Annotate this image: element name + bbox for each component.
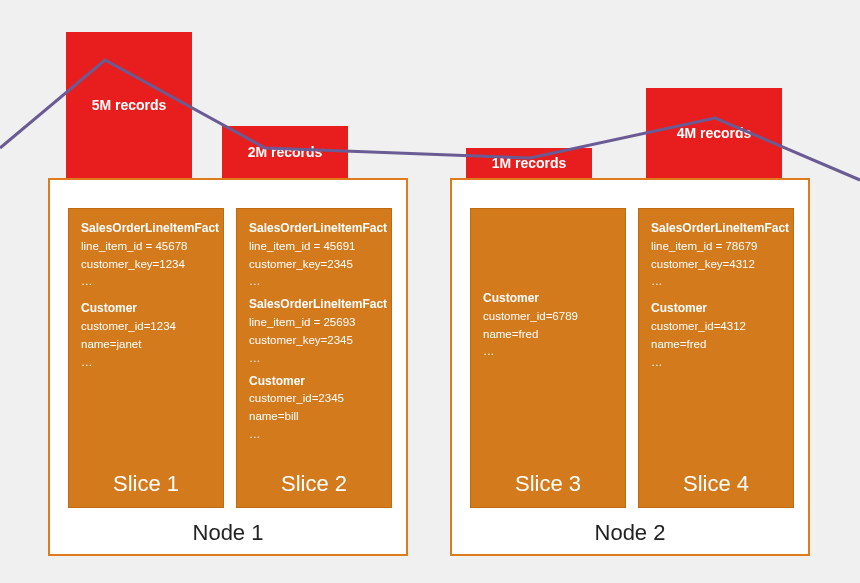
- block-line: …: [651, 356, 663, 368]
- slice-3: Customer customer_id=6789 name=fred … Sl…: [470, 208, 626, 508]
- bar-label: 1M records: [492, 155, 567, 171]
- block-heading: Customer: [81, 301, 137, 315]
- slice-1-body: SalesOrderLineItemFact line_item_id = 45…: [69, 209, 223, 376]
- block-heading: SalesOrderLineItemFact: [651, 221, 789, 235]
- bar-label: 5M records: [92, 97, 167, 113]
- bar-label: 4M records: [677, 125, 752, 141]
- block-line: line_item_id = 45691: [249, 240, 355, 252]
- block-line: customer_id=1234: [81, 320, 176, 332]
- block-heading: SalesOrderLineItemFact: [81, 221, 219, 235]
- record-block: Customer customer_id=1234 name=janet …: [81, 299, 211, 371]
- block-line: …: [483, 345, 495, 357]
- block-line: customer_id=4312: [651, 320, 746, 332]
- block-line: name=bill: [249, 410, 299, 422]
- block-line: line_item_id = 25693: [249, 316, 355, 328]
- block-heading: Customer: [249, 374, 305, 388]
- slice-title: Slice 2: [237, 471, 391, 497]
- bar-slice2: 2M records: [222, 126, 348, 178]
- block-line: customer_id=2345: [249, 392, 344, 404]
- block-heading: Customer: [651, 301, 707, 315]
- block-line: …: [249, 352, 261, 364]
- slice-title: Slice 1: [69, 471, 223, 497]
- block-heading: SalesOrderLineItemFact: [249, 297, 387, 311]
- block-line: …: [249, 428, 261, 440]
- slice-1: SalesOrderLineItemFact line_item_id = 45…: [68, 208, 224, 508]
- block-line: customer_key=4312: [651, 258, 755, 270]
- slice-3-body: Customer customer_id=6789 name=fred …: [471, 209, 625, 365]
- block-line: customer_key=1234: [81, 258, 185, 270]
- record-block: Customer customer_id=2345 name=bill …: [249, 372, 379, 444]
- block-line: customer_id=6789: [483, 310, 578, 322]
- slice-2-body: SalesOrderLineItemFact line_item_id = 45…: [237, 209, 391, 448]
- node-label: Node 1: [50, 520, 406, 546]
- block-line: …: [651, 275, 663, 287]
- block-line: customer_key=2345: [249, 334, 353, 346]
- record-block: SalesOrderLineItemFact line_item_id = 45…: [249, 219, 379, 291]
- block-line: customer_key=2345: [249, 258, 353, 270]
- node-1: SalesOrderLineItemFact line_item_id = 45…: [48, 178, 408, 556]
- slice-title: Slice 4: [639, 471, 793, 497]
- record-block: Customer customer_id=6789 name=fred …: [483, 289, 613, 361]
- diagram-stage: 5M records 2M records 1M records 4M reco…: [0, 0, 860, 583]
- slice-title: Slice 3: [471, 471, 625, 497]
- block-line: …: [81, 275, 93, 287]
- block-line: …: [249, 275, 261, 287]
- bar-slice1: 5M records: [66, 32, 192, 178]
- node-2: Customer customer_id=6789 name=fred … Sl…: [450, 178, 810, 556]
- bar-slice3: 1M records: [466, 148, 592, 178]
- block-line: …: [81, 356, 93, 368]
- slice-4: SalesOrderLineItemFact line_item_id = 78…: [638, 208, 794, 508]
- block-line: name=janet: [81, 338, 141, 350]
- block-line: name=fred: [483, 328, 538, 340]
- record-block: SalesOrderLineItemFact line_item_id = 45…: [81, 219, 211, 291]
- record-block: SalesOrderLineItemFact line_item_id = 25…: [249, 295, 379, 367]
- block-line: line_item_id = 78679: [651, 240, 757, 252]
- slice-2: SalesOrderLineItemFact line_item_id = 45…: [236, 208, 392, 508]
- bar-slice4: 4M records: [646, 88, 782, 178]
- node-label: Node 2: [452, 520, 808, 546]
- block-line: name=fred: [651, 338, 706, 350]
- slice-4-body: SalesOrderLineItemFact line_item_id = 78…: [639, 209, 793, 376]
- record-block: Customer customer_id=4312 name=fred …: [651, 299, 781, 371]
- block-heading: Customer: [483, 291, 539, 305]
- bar-label: 2M records: [248, 144, 323, 160]
- block-line: line_item_id = 45678: [81, 240, 187, 252]
- record-block: SalesOrderLineItemFact line_item_id = 78…: [651, 219, 781, 291]
- block-heading: SalesOrderLineItemFact: [249, 221, 387, 235]
